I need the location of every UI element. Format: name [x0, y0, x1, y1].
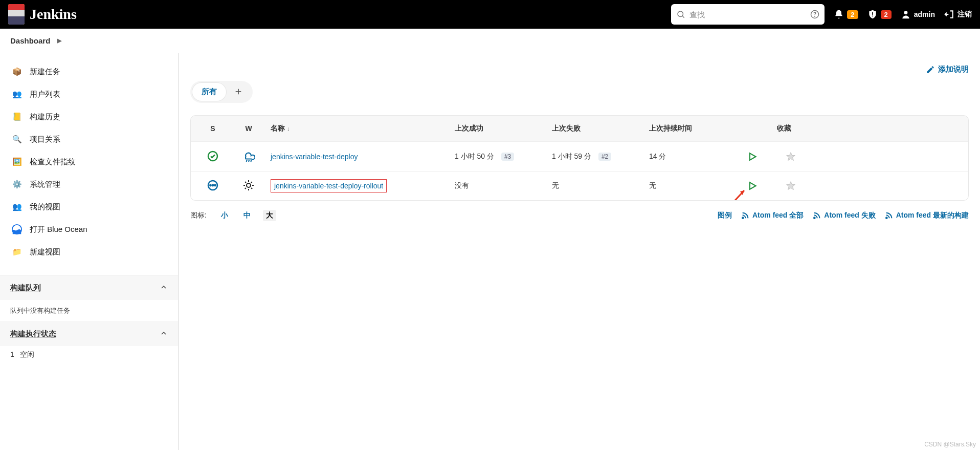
sidebar-item-build-history[interactable]: 📒 构建历史 — [0, 105, 178, 128]
svg-point-34 — [814, 217, 815, 219]
logout-button[interactable]: 注销 — [944, 9, 972, 19]
svg-line-1 — [683, 16, 684, 17]
executor-row: 1 空闲 — [0, 346, 178, 363]
svg-marker-14 — [750, 153, 756, 160]
sidebar-item-label: 新建视图 — [30, 247, 60, 257]
executor-section: 构建执行状态 — [0, 322, 178, 346]
svg-point-0 — [678, 11, 683, 17]
jobs-table: S W 名称↓ 上次成功 上次失败 上次持续时间 收藏 — [190, 115, 969, 201]
breadcrumb-dashboard[interactable]: Dashboard — [10, 36, 50, 45]
build-queue-section: 构建队列 — [0, 275, 178, 300]
status-success-icon — [206, 149, 219, 163]
sidebar-item-label: 系统管理 — [30, 180, 60, 189]
svg-point-20 — [247, 183, 251, 187]
sidebar-item-label: 我的视图 — [30, 202, 60, 212]
help-icon[interactable] — [810, 10, 819, 19]
people-icon: 👥 — [11, 201, 23, 212]
icon-size-small[interactable]: 小 — [218, 210, 231, 221]
top-header: Jenkins 2 2 admin 注销 — [0, 0, 980, 29]
rss-icon — [813, 211, 821, 220]
username: admin — [914, 10, 935, 18]
build-badge[interactable]: #2 — [598, 153, 611, 161]
search-box[interactable] — [671, 4, 825, 25]
col-name[interactable]: 名称↓ — [266, 124, 451, 133]
feed-fail-link[interactable]: Atom feed 失败 — [813, 211, 875, 220]
search-input[interactable] — [689, 10, 806, 19]
svg-line-27 — [245, 188, 246, 189]
rss-icon — [885, 211, 893, 220]
tab-add-view[interactable] — [226, 85, 251, 99]
edit-icon — [926, 65, 935, 74]
sidebar-item-users[interactable]: 👥 用户列表 — [0, 83, 178, 105]
run-build-button[interactable] — [746, 150, 759, 163]
notif-badge: 2 — [847, 10, 858, 19]
feed-latest-link[interactable]: Atom feed 最新的构建 — [885, 211, 969, 220]
job-link[interactable]: jenkins-variable-test-deploy — [271, 153, 358, 161]
collapse-icon[interactable] — [160, 283, 168, 293]
alert-badge: 2 — [881, 10, 892, 19]
tab-all[interactable]: 所有 — [192, 83, 226, 101]
svg-marker-15 — [787, 152, 795, 160]
svg-marker-32 — [787, 182, 795, 190]
build-queue-title[interactable]: 构建队列 — [10, 283, 41, 292]
svg-rect-4 — [872, 12, 873, 15]
alerts-button[interactable]: 2 — [867, 9, 892, 19]
svg-line-30 — [731, 190, 744, 201]
sidebar-item-fingerprint[interactable]: 🖼️ 检查文件指纹 — [0, 151, 178, 173]
user-menu[interactable]: admin — [901, 9, 935, 19]
executor-title[interactable]: 构建执行状态 — [10, 329, 56, 338]
gear-icon: ⚙️ — [11, 179, 23, 190]
notifications-button[interactable]: 2 — [834, 9, 858, 19]
brand[interactable]: Jenkins — [8, 4, 77, 25]
svg-point-19 — [214, 185, 215, 186]
collapse-icon[interactable] — [160, 329, 168, 339]
col-last-failure[interactable]: 上次失败 — [548, 124, 645, 133]
svg-point-6 — [904, 11, 907, 14]
run-build-button[interactable] — [746, 179, 759, 192]
col-fav[interactable]: 收藏 — [773, 124, 809, 133]
sidebar-item-new-view[interactable]: 📁 新建视图 — [0, 241, 178, 263]
view-tabs: 所有 — [190, 81, 253, 103]
sidebar-item-project-relationship[interactable]: 🔍 项目关系 — [0, 128, 178, 151]
jenkins-logo-icon — [8, 4, 25, 25]
table-row: jenkins-variable-test-deploy-rollout 没有 … — [191, 171, 968, 200]
sidebar: 📦 新建任务 👥 用户列表 📒 构建历史 🔍 项目关系 🖼️ 检查文件指纹 ⚙️ — [0, 53, 179, 450]
user-icon — [901, 9, 911, 19]
sidebar-item-new-job[interactable]: 📦 新建任务 — [0, 60, 178, 83]
cell-last-failure: 无 — [548, 181, 645, 190]
svg-line-25 — [245, 182, 246, 183]
legend-link[interactable]: 图例 — [718, 211, 732, 220]
job-link[interactable]: jenkins-variable-test-deploy-rollout — [274, 182, 383, 190]
col-last-success[interactable]: 上次成功 — [451, 124, 548, 133]
add-description-button[interactable]: 添加说明 — [926, 65, 969, 74]
cell-duration: 无 — [645, 181, 732, 190]
logout-icon — [944, 9, 954, 19]
build-badge[interactable]: #3 — [501, 153, 514, 161]
col-last-duration[interactable]: 上次持续时间 — [645, 124, 732, 133]
executor-number: 1 — [10, 350, 14, 358]
favorite-toggle[interactable] — [784, 179, 797, 192]
svg-line-26 — [251, 188, 252, 189]
sidebar-item-label: 新建任务 — [30, 67, 60, 77]
cell-last-success: 1 小时 50 分 #3 — [451, 152, 548, 161]
sidebar-item-blue-ocean[interactable]: 打开 Blue Ocean — [0, 218, 178, 241]
rss-icon — [741, 211, 749, 220]
svg-point-35 — [886, 217, 887, 219]
col-weather[interactable]: W — [231, 124, 266, 133]
favorite-toggle[interactable] — [784, 150, 797, 163]
sidebar-item-my-views[interactable]: 👥 我的视图 — [0, 196, 178, 218]
sidebar-item-label: 检查文件指纹 — [30, 157, 76, 167]
sidebar-item-label: 构建历史 — [30, 112, 60, 122]
svg-marker-29 — [750, 182, 756, 189]
icon-size-large[interactable]: 大 — [263, 210, 276, 221]
sidebar-item-manage[interactable]: ⚙️ 系统管理 — [0, 173, 178, 196]
svg-point-18 — [212, 185, 213, 186]
weather-rain-icon — [242, 149, 255, 162]
col-status[interactable]: S — [195, 124, 231, 133]
feed-all-link[interactable]: Atom feed 全部 — [741, 211, 804, 220]
header-actions: 2 2 admin 注销 — [834, 9, 972, 19]
table-footer: 图标: 小 中 大 图例 Atom feed 全部 Atom feed 失败 A… — [190, 210, 969, 221]
logout-label: 注销 — [957, 10, 972, 19]
svg-marker-31 — [740, 190, 744, 195]
icon-size-medium[interactable]: 中 — [240, 210, 254, 221]
